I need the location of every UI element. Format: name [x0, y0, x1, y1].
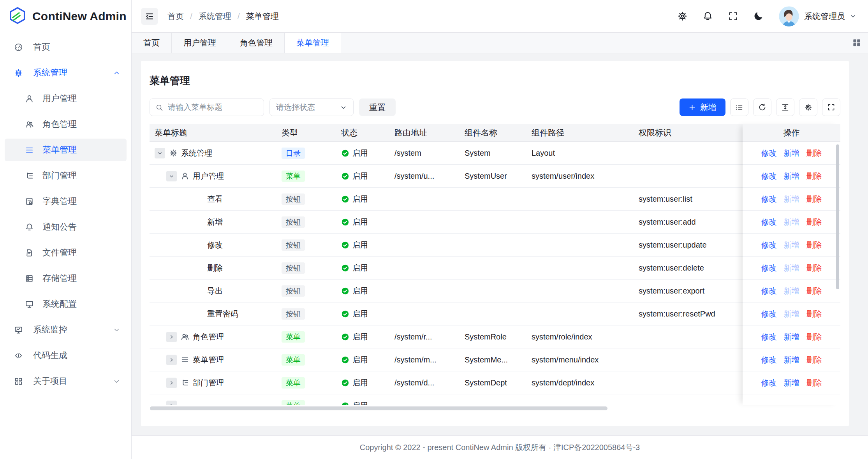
- edit-link[interactable]: 修改: [761, 217, 777, 227]
- tab-角色管理[interactable]: 角色管理: [228, 33, 285, 53]
- sidebar-item-storage-management[interactable]: 存储管理: [5, 267, 127, 290]
- refresh-button[interactable]: [753, 98, 771, 116]
- cell-menu-title: 重置密码: [150, 309, 271, 319]
- sidebar: ContiNew Admin 首页系统管理用户管理角色管理菜单管理部门管理字典管…: [0, 0, 132, 459]
- sidebar-item-label: 文件管理: [42, 247, 127, 259]
- edit-link[interactable]: 修改: [761, 355, 777, 365]
- edit-link[interactable]: 修改: [761, 194, 777, 204]
- table-row: 菜单管理菜单启用/system/m...SystemMe...system/me…: [150, 348, 840, 371]
- collapse-sidebar-button[interactable]: [141, 8, 158, 25]
- add-link[interactable]: 新增: [784, 148, 799, 158]
- column-settings-button[interactable]: [799, 98, 817, 116]
- tab-首页[interactable]: 首页: [132, 33, 172, 53]
- status-text: 启用: [352, 194, 368, 204]
- search-input[interactable]: [167, 102, 258, 112]
- add-link[interactable]: 新增: [784, 309, 799, 319]
- status-text: 启用: [352, 378, 368, 388]
- chevron-down-icon: [169, 173, 174, 179]
- status-text: 启用: [352, 148, 368, 158]
- delete-link[interactable]: 删除: [806, 217, 822, 227]
- notification-bell-icon[interactable]: [702, 11, 713, 21]
- status-select-placeholder: 请选择状态: [276, 102, 315, 113]
- breadcrumb-item[interactable]: 首页: [167, 11, 184, 22]
- expand-row-button[interactable]: [166, 378, 177, 388]
- edit-link[interactable]: 修改: [761, 240, 777, 250]
- user-menu[interactable]: 系统管理员: [778, 6, 856, 27]
- delete-link[interactable]: 删除: [806, 332, 822, 342]
- sidebar-item-system-monitor[interactable]: 系统监控: [5, 318, 127, 341]
- cell-status: 启用: [334, 148, 389, 158]
- breadcrumb-item[interactable]: 系统管理: [199, 11, 231, 22]
- dark-mode-moon-icon[interactable]: [753, 11, 764, 21]
- expand-row-button[interactable]: [166, 332, 177, 342]
- status-select[interactable]: 请选择状态: [269, 98, 354, 116]
- delete-link[interactable]: 删除: [806, 171, 822, 181]
- delete-link[interactable]: 删除: [806, 378, 822, 388]
- delete-link[interactable]: 删除: [806, 263, 822, 273]
- sidebar-item-code-generation[interactable]: 代码生成: [5, 344, 127, 367]
- delete-link[interactable]: 删除: [806, 355, 822, 365]
- reset-button[interactable]: 重置: [359, 98, 396, 116]
- sidebar-item-dict-management[interactable]: 字典管理: [5, 190, 127, 213]
- delete-link[interactable]: 删除: [806, 148, 822, 158]
- settings-icon[interactable]: [677, 11, 688, 21]
- cell-type: 菜单: [271, 377, 334, 389]
- add-link[interactable]: 新增: [784, 355, 799, 365]
- cell-route: /system/m...: [389, 355, 460, 364]
- breadcrumb-separator: /: [238, 12, 240, 21]
- cell-component: SystemMe...: [460, 355, 526, 364]
- expand-row-button[interactable]: [166, 355, 177, 365]
- collapse-row-button[interactable]: [155, 148, 165, 158]
- person-icon: [25, 94, 34, 103]
- sidebar-item-menu-management[interactable]: 菜单管理: [5, 139, 127, 161]
- add-link[interactable]: 新增: [784, 171, 799, 181]
- edit-link[interactable]: 修改: [761, 332, 777, 342]
- tab-list-button[interactable]: [852, 33, 862, 53]
- tab-菜单管理[interactable]: 菜单管理: [285, 33, 341, 53]
- add-link[interactable]: 新增: [784, 240, 799, 250]
- horizontal-scrollbar[interactable]: [150, 406, 607, 410]
- edit-link[interactable]: 修改: [761, 148, 777, 158]
- type-badge: 按钮: [282, 216, 305, 228]
- chevron-down-icon: [113, 378, 120, 385]
- edit-link[interactable]: 修改: [761, 171, 777, 181]
- delete-link[interactable]: 删除: [806, 309, 822, 319]
- sidebar-item-file-management[interactable]: 文件管理: [5, 241, 127, 264]
- delete-link[interactable]: 删除: [806, 240, 822, 250]
- sidebar-item-about-project[interactable]: 关于项目: [5, 370, 127, 392]
- vertical-scrollbar[interactable]: [836, 144, 839, 289]
- tab-用户管理[interactable]: 用户管理: [172, 33, 228, 53]
- expand-row-button[interactable]: [166, 401, 177, 406]
- cell-actions: 修改新增删除: [743, 286, 840, 296]
- add-link[interactable]: 新增: [784, 194, 799, 204]
- cell-route: /system/u...: [389, 172, 460, 181]
- table-row: 删除按钮启用system:user:delete修改新增删除: [150, 257, 840, 280]
- sidebar-item-system-config[interactable]: 系统配置: [5, 293, 127, 315]
- row-height-button[interactable]: [776, 98, 794, 116]
- add-link[interactable]: 新增: [784, 286, 799, 296]
- add-button[interactable]: 新增: [680, 98, 725, 116]
- sidebar-item-home[interactable]: 首页: [5, 36, 127, 58]
- add-link[interactable]: 新增: [784, 217, 799, 227]
- sidebar-item-system-management[interactable]: 系统管理: [5, 62, 127, 84]
- gear-icon: [14, 69, 23, 77]
- sidebar-item-dept-management[interactable]: 部门管理: [5, 164, 127, 187]
- sidebar-item-role-management[interactable]: 角色管理: [5, 113, 127, 135]
- delete-link[interactable]: 删除: [806, 286, 822, 296]
- list-view-button[interactable]: [730, 98, 748, 116]
- add-link[interactable]: 新增: [784, 332, 799, 342]
- topbar-actions: 系统管理员: [677, 6, 856, 27]
- sidebar-item-user-management[interactable]: 用户管理: [5, 87, 127, 110]
- sidebar-item-notice[interactable]: 通知公告: [5, 216, 127, 238]
- delete-link[interactable]: 删除: [806, 194, 822, 204]
- edit-link[interactable]: 修改: [761, 378, 777, 388]
- table-fullscreen-button[interactable]: [822, 98, 840, 116]
- sidebar-item-label: 首页: [33, 41, 127, 53]
- fullscreen-icon[interactable]: [728, 11, 738, 21]
- edit-link[interactable]: 修改: [761, 309, 777, 319]
- add-link[interactable]: 新增: [784, 378, 799, 388]
- edit-link[interactable]: 修改: [761, 286, 777, 296]
- add-link[interactable]: 新增: [784, 263, 799, 273]
- edit-link[interactable]: 修改: [761, 263, 777, 273]
- collapse-row-button[interactable]: [166, 171, 177, 181]
